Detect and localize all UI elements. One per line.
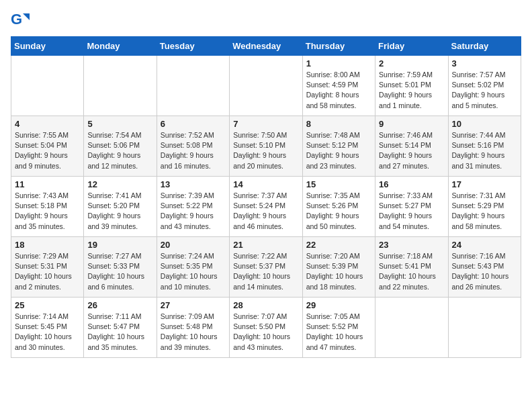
calendar-cell: [448, 298, 521, 358]
day-info: Sunrise: 7:35 AM Sunset: 5:26 PM Dayligh…: [306, 191, 371, 232]
day-info: Sunrise: 7:05 AM Sunset: 5:52 PM Dayligh…: [306, 312, 371, 353]
day-info: Sunrise: 7:27 AM Sunset: 5:33 PM Dayligh…: [87, 251, 152, 292]
day-number: 9: [379, 119, 444, 129]
calendar-cell: 2Sunrise: 7:59 AM Sunset: 5:01 PM Daylig…: [375, 56, 448, 116]
day-info: Sunrise: 7:43 AM Sunset: 5:18 PM Dayligh…: [15, 191, 80, 232]
day-info: Sunrise: 7:52 AM Sunset: 5:08 PM Dayligh…: [161, 130, 226, 171]
day-number: 4: [15, 119, 80, 129]
day-number: 15: [306, 179, 371, 189]
calendar-cell: 16Sunrise: 7:33 AM Sunset: 5:27 PM Dayli…: [375, 177, 448, 237]
day-number: 24: [452, 240, 517, 250]
day-number: 11: [15, 179, 80, 189]
calendar-cell: 26Sunrise: 7:11 AM Sunset: 5:47 PM Dayli…: [84, 298, 157, 358]
weekday-header: Monday: [84, 37, 157, 56]
calendar-week-row: 4Sunrise: 7:55 AM Sunset: 5:04 PM Daylig…: [11, 116, 521, 177]
day-info: Sunrise: 8:00 AM Sunset: 4:59 PM Dayligh…: [306, 70, 371, 111]
day-info: Sunrise: 7:59 AM Sunset: 5:01 PM Dayligh…: [379, 70, 444, 111]
calendar-cell: 5Sunrise: 7:54 AM Sunset: 5:06 PM Daylig…: [84, 116, 157, 177]
day-info: Sunrise: 7:20 AM Sunset: 5:39 PM Dayligh…: [306, 251, 371, 292]
day-info: Sunrise: 7:41 AM Sunset: 5:20 PM Dayligh…: [87, 191, 152, 232]
calendar-cell: 29Sunrise: 7:05 AM Sunset: 5:52 PM Dayli…: [302, 298, 375, 358]
calendar-cell: [84, 56, 157, 116]
day-info: Sunrise: 7:48 AM Sunset: 5:12 PM Dayligh…: [306, 130, 371, 171]
weekday-header: Saturday: [448, 37, 521, 56]
calendar-cell: 9Sunrise: 7:46 AM Sunset: 5:14 PM Daylig…: [375, 116, 448, 177]
weekday-header: Sunday: [11, 37, 84, 56]
calendar-cell: 19Sunrise: 7:27 AM Sunset: 5:33 PM Dayli…: [84, 237, 157, 298]
day-info: Sunrise: 7:18 AM Sunset: 5:41 PM Dayligh…: [379, 251, 444, 292]
day-number: 29: [306, 300, 371, 310]
calendar-cell: 21Sunrise: 7:22 AM Sunset: 5:37 PM Dayli…: [230, 237, 302, 298]
day-info: Sunrise: 7:57 AM Sunset: 5:02 PM Dayligh…: [452, 70, 517, 111]
calendar-cell: 18Sunrise: 7:29 AM Sunset: 5:31 PM Dayli…: [11, 237, 84, 298]
calendar-week-row: 11Sunrise: 7:43 AM Sunset: 5:18 PM Dayli…: [11, 177, 521, 237]
calendar-cell: [375, 298, 448, 358]
day-number: 12: [87, 179, 152, 189]
day-number: 10: [452, 119, 517, 129]
day-number: 5: [87, 119, 152, 129]
day-info: Sunrise: 7:55 AM Sunset: 5:04 PM Dayligh…: [15, 130, 80, 171]
day-info: Sunrise: 7:33 AM Sunset: 5:27 PM Dayligh…: [379, 191, 444, 232]
day-number: 8: [306, 119, 371, 129]
day-number: 2: [379, 58, 444, 68]
day-info: Sunrise: 7:22 AM Sunset: 5:37 PM Dayligh…: [233, 251, 298, 292]
calendar-cell: 14Sunrise: 7:37 AM Sunset: 5:24 PM Dayli…: [230, 177, 302, 237]
day-info: Sunrise: 7:16 AM Sunset: 5:43 PM Dayligh…: [452, 251, 517, 292]
calendar-cell: 12Sunrise: 7:41 AM Sunset: 5:20 PM Dayli…: [84, 177, 157, 237]
day-info: Sunrise: 7:09 AM Sunset: 5:48 PM Dayligh…: [161, 312, 226, 353]
day-number: 7: [233, 119, 298, 129]
day-info: Sunrise: 7:54 AM Sunset: 5:06 PM Dayligh…: [87, 130, 152, 171]
calendar-cell: 23Sunrise: 7:18 AM Sunset: 5:41 PM Dayli…: [375, 237, 448, 298]
calendar-week-row: 1Sunrise: 8:00 AM Sunset: 4:59 PM Daylig…: [11, 56, 521, 116]
day-number: 1: [306, 58, 371, 68]
calendar-cell: 10Sunrise: 7:44 AM Sunset: 5:16 PM Dayli…: [448, 116, 521, 177]
svg-marker-1: [23, 13, 30, 20]
calendar-cell: 15Sunrise: 7:35 AM Sunset: 5:26 PM Dayli…: [302, 177, 375, 237]
day-info: Sunrise: 7:07 AM Sunset: 5:50 PM Dayligh…: [233, 312, 298, 353]
day-number: 25: [15, 300, 80, 310]
day-info: Sunrise: 7:14 AM Sunset: 5:45 PM Dayligh…: [15, 312, 80, 353]
day-info: Sunrise: 7:39 AM Sunset: 5:22 PM Dayligh…: [161, 191, 226, 232]
calendar-cell: 28Sunrise: 7:07 AM Sunset: 5:50 PM Dayli…: [230, 298, 302, 358]
calendar-cell: 24Sunrise: 7:16 AM Sunset: 5:43 PM Dayli…: [448, 237, 521, 298]
day-number: 26: [87, 300, 152, 310]
calendar-cell: 8Sunrise: 7:48 AM Sunset: 5:12 PM Daylig…: [302, 116, 375, 177]
weekday-header: Thursday: [302, 37, 375, 56]
day-info: Sunrise: 7:24 AM Sunset: 5:35 PM Dayligh…: [161, 251, 226, 292]
calendar-cell: 1Sunrise: 8:00 AM Sunset: 4:59 PM Daylig…: [302, 56, 375, 116]
day-number: 17: [452, 179, 517, 189]
day-number: 20: [161, 240, 226, 250]
calendar-cell: 27Sunrise: 7:09 AM Sunset: 5:48 PM Dayli…: [157, 298, 229, 358]
calendar-cell: [11, 56, 84, 116]
header: G: [11, 11, 521, 30]
logo-icon: G: [11, 11, 30, 30]
day-number: 14: [233, 179, 298, 189]
day-number: 27: [161, 300, 226, 310]
day-number: 21: [233, 240, 298, 250]
day-info: Sunrise: 7:29 AM Sunset: 5:31 PM Dayligh…: [15, 251, 80, 292]
calendar-cell: 3Sunrise: 7:57 AM Sunset: 5:02 PM Daylig…: [448, 56, 521, 116]
day-number: 6: [161, 119, 226, 129]
day-info: Sunrise: 7:11 AM Sunset: 5:47 PM Dayligh…: [87, 312, 152, 353]
calendar-cell: 4Sunrise: 7:55 AM Sunset: 5:04 PM Daylig…: [11, 116, 84, 177]
day-number: 13: [161, 179, 226, 189]
weekday-header: Tuesday: [157, 37, 229, 56]
weekday-header: Wednesday: [230, 37, 302, 56]
day-number: 3: [452, 58, 517, 68]
day-number: 19: [87, 240, 152, 250]
calendar-cell: 22Sunrise: 7:20 AM Sunset: 5:39 PM Dayli…: [302, 237, 375, 298]
day-info: Sunrise: 7:31 AM Sunset: 5:29 PM Dayligh…: [452, 191, 517, 232]
day-info: Sunrise: 7:44 AM Sunset: 5:16 PM Dayligh…: [452, 130, 517, 171]
day-number: 23: [379, 240, 444, 250]
calendar-table: SundayMondayTuesdayWednesdayThursdayFrid…: [11, 36, 521, 358]
calendar-week-row: 18Sunrise: 7:29 AM Sunset: 5:31 PM Dayli…: [11, 237, 521, 298]
calendar-cell: 20Sunrise: 7:24 AM Sunset: 5:35 PM Dayli…: [157, 237, 229, 298]
calendar-cell: 25Sunrise: 7:14 AM Sunset: 5:45 PM Dayli…: [11, 298, 84, 358]
day-number: 22: [306, 240, 371, 250]
calendar-cell: [157, 56, 229, 116]
day-number: 16: [379, 179, 444, 189]
svg-text:G: G: [11, 11, 22, 28]
calendar-header-row: SundayMondayTuesdayWednesdayThursdayFrid…: [11, 37, 521, 56]
calendar-cell: [230, 56, 302, 116]
calendar-cell: 6Sunrise: 7:52 AM Sunset: 5:08 PM Daylig…: [157, 116, 229, 177]
